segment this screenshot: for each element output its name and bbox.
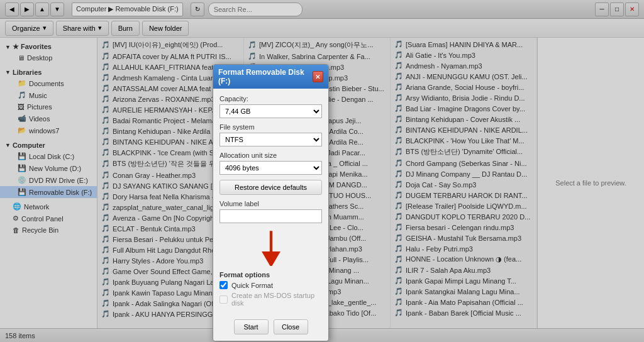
- volume-label-group: Volume label: [219, 200, 322, 223]
- ms-dos-row: Create an MS-DOS startup disk: [219, 292, 322, 307]
- volume-label-label: Volume label: [219, 200, 322, 207]
- allocation-group: Allocation unit size 4096 bytes: [219, 152, 322, 175]
- start-button[interactable]: Start: [234, 319, 269, 334]
- quick-format-checkbox[interactable]: [219, 281, 228, 289]
- dialog-close-btn[interactable]: Close: [274, 319, 308, 334]
- main-window: ◀ ▶ ▲ ▼ Computer ▶ Removable Disk (F:) ↻…: [0, 0, 644, 342]
- allocation-label: Allocation unit size: [219, 152, 322, 159]
- filesystem-label: File system: [219, 123, 322, 131]
- arrow-svg: [262, 228, 280, 266]
- dialog-title-bar: Format Removable Disk (F:) ✕: [213, 65, 328, 89]
- quick-format-label: Quick Format: [231, 282, 273, 289]
- format-options-label: Format options: [219, 271, 322, 279]
- capacity-group: Capacity: 7,44 GB: [219, 95, 322, 118]
- quick-format-row: Quick Format: [219, 281, 322, 289]
- restore-defaults-button[interactable]: Restore device defaults: [219, 180, 322, 195]
- dialog-overlay: Format Removable Disk (F:) ✕ Capacity: 7…: [0, 0, 644, 342]
- ms-dos-checkbox[interactable]: [219, 295, 228, 304]
- capacity-select[interactable]: 7,44 GB: [219, 104, 322, 118]
- ms-dos-label: Create an MS-DOS startup disk: [231, 292, 322, 307]
- dialog-close-button[interactable]: ✕: [313, 71, 323, 82]
- filesystem-select[interactable]: NTFS: [219, 133, 322, 146]
- capacity-label: Capacity:: [219, 95, 322, 102]
- dialog-body: Capacity: 7,44 GB File system NTFS Alloc…: [213, 89, 328, 316]
- format-dialog: Format Removable Disk (F:) ✕ Capacity: 7…: [213, 64, 329, 341]
- dialog-footer: Start Close: [213, 316, 328, 341]
- dialog-title: Format Removable Disk (F:): [218, 68, 313, 86]
- volume-label-input[interactable]: [219, 209, 322, 223]
- arrow-indicator: [219, 228, 322, 266]
- filesystem-group: File system NTFS: [219, 123, 322, 146]
- allocation-select[interactable]: 4096 bytes: [219, 161, 322, 175]
